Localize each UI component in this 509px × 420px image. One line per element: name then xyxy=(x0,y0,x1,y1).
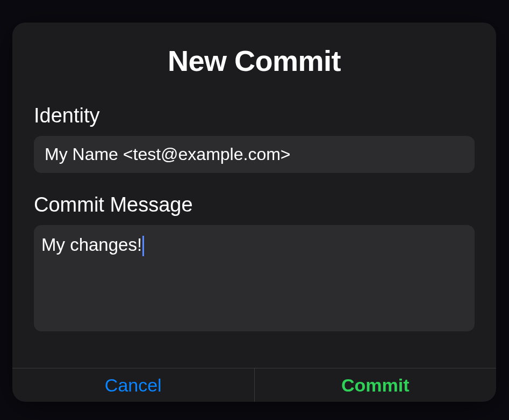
commit-message-input[interactable]: My changes! xyxy=(34,225,475,331)
identity-input[interactable] xyxy=(34,136,475,173)
commit-message-wrapper: My changes! xyxy=(34,225,475,331)
commit-message-text: My changes! xyxy=(41,235,142,255)
new-commit-dialog: New Commit Identity Commit Message My ch… xyxy=(12,23,496,402)
dialog-footer: Cancel Commit xyxy=(12,368,496,402)
commit-message-field-group: Commit Message My changes! xyxy=(34,193,475,331)
identity-label: Identity xyxy=(34,104,475,127)
identity-field-group: Identity xyxy=(34,104,475,173)
cancel-button[interactable]: Cancel xyxy=(12,368,255,402)
dialog-body: New Commit Identity Commit Message My ch… xyxy=(12,23,496,368)
text-cursor xyxy=(142,236,144,256)
dialog-title: New Commit xyxy=(34,44,475,77)
commit-button[interactable]: Commit xyxy=(255,368,497,402)
commit-message-label: Commit Message xyxy=(34,193,475,216)
